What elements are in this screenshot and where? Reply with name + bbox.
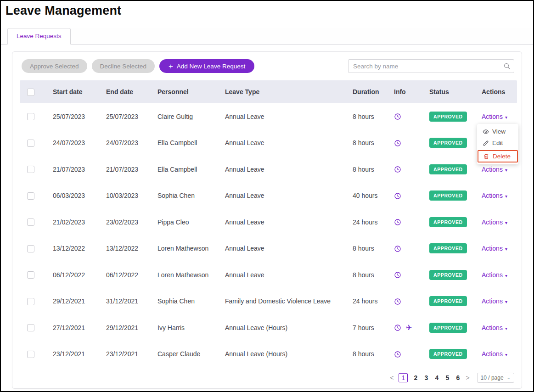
start-date-cell: 21/07/2023	[45, 156, 99, 183]
chevron-down-icon: ▾	[505, 115, 507, 120]
checkbox-cell	[20, 341, 45, 368]
actions-label: Actions	[482, 166, 503, 173]
info-cell: ✈	[387, 103, 422, 130]
row-checkbox[interactable]	[27, 166, 34, 173]
actions-menu-button[interactable]: Actions▾	[482, 245, 507, 252]
clock-icon[interactable]	[394, 324, 401, 331]
actions-menu-button[interactable]: Actions▾	[482, 218, 507, 226]
decline-selected-button[interactable]: Decline Selected	[92, 59, 155, 73]
leave-type-cell: Annual Leave (Hours)	[218, 314, 345, 341]
plus-icon: +	[169, 62, 173, 70]
info-cell: ✈	[387, 130, 422, 157]
info-cell: ✈	[387, 262, 422, 288]
actions-menu-button[interactable]: Actions▾	[482, 324, 507, 331]
personnel-cell: Claire Gultig	[150, 103, 218, 130]
duration-cell: 24 hours	[345, 288, 387, 315]
status-badge: APPROVED	[429, 138, 467, 148]
select-all-checkbox[interactable]	[27, 89, 34, 96]
clock-icon[interactable]	[394, 113, 401, 120]
column-header-info: Info	[387, 80, 422, 103]
table-row: 24/07/2023 24/07/2023 Ella Campbell Annu…	[20, 130, 517, 157]
page-button-2[interactable]: 2	[413, 374, 418, 381]
start-date-cell: 25/07/2023	[45, 103, 99, 130]
page-size-select[interactable]: 10 / page ⌄	[477, 373, 514, 383]
info-cell: ✈	[387, 288, 422, 315]
status-badge: APPROVED	[429, 164, 467, 174]
plane-icon[interactable]: ✈	[406, 324, 412, 331]
clock-icon[interactable]	[394, 166, 401, 173]
trash-icon	[483, 153, 489, 160]
page-button-1[interactable]: 1	[399, 373, 408, 382]
clock-icon[interactable]	[394, 218, 401, 226]
personnel-cell: Loren Mathewson	[150, 262, 218, 288]
actions-menu-button[interactable]: Actions▾	[482, 192, 507, 199]
duration-cell: 24 hours	[345, 209, 387, 235]
checkbox-cell	[20, 262, 45, 288]
page-button-6[interactable]: 6	[455, 374, 461, 381]
clock-icon[interactable]	[394, 245, 401, 252]
actions-menu-button[interactable]: Actions▾	[482, 297, 507, 305]
approve-selected-button[interactable]: Approve Selected	[22, 59, 87, 73]
status-cell: APPROVED	[422, 235, 474, 262]
chevron-down-icon: ▾	[505, 246, 507, 252]
column-header-duration: Duration	[345, 80, 387, 103]
status-cell: APPROVED	[422, 262, 474, 288]
row-checkbox[interactable]	[27, 351, 34, 358]
actions-label: Actions	[482, 324, 503, 331]
actions-menu-button[interactable]: Actions▾	[482, 271, 507, 279]
prev-page-button[interactable]: <	[390, 374, 393, 381]
clock-icon[interactable]	[394, 298, 401, 305]
table-row: 29/12/2021 31/12/2021 Sophia Chen Family…	[20, 288, 517, 315]
duration-cell: 8 hours	[345, 262, 387, 288]
select-caret-icon: ⌄	[507, 375, 511, 380]
leave-requests-table: Start date End date Personnel Leave Type…	[20, 80, 517, 367]
clock-icon[interactable]	[394, 140, 401, 147]
row-checkbox[interactable]	[27, 298, 34, 305]
actions-menu-button[interactable]: Actions▾	[482, 166, 507, 173]
row-checkbox[interactable]	[27, 245, 34, 252]
row-checkbox[interactable]	[27, 324, 34, 331]
chevron-down-icon: ▾	[505, 168, 507, 173]
search-input[interactable]	[348, 59, 514, 73]
start-date-cell: 27/12/2021	[45, 314, 99, 341]
row-checkbox[interactable]	[27, 271, 34, 279]
column-header-end-date: End date	[99, 80, 150, 103]
personnel-cell: Casper Claude	[150, 341, 218, 368]
clock-icon[interactable]	[394, 351, 401, 358]
status-cell: APPROVED	[422, 288, 474, 315]
dropdown-item-delete[interactable]: Delete	[478, 150, 518, 162]
tab-leave-requests[interactable]: Leave Requests	[7, 28, 71, 45]
eye-icon	[483, 129, 489, 135]
leave-type-cell: Annual Leave (Hours)	[218, 341, 345, 368]
checkbox-cell	[20, 183, 45, 209]
table-header-row: Start date End date Personnel Leave Type…	[20, 80, 517, 103]
actions-menu-button[interactable]: Actions▾	[482, 350, 507, 358]
leave-type-cell: Annual Leave	[218, 156, 345, 183]
actions-dropdown-menu: View Edit Delete	[477, 124, 518, 164]
status-cell: APPROVED	[422, 314, 474, 341]
table-row: 21/07/2023 21/07/2023 Ella Campbell Annu…	[20, 156, 517, 183]
table-row: 13/12/2022 13/12/2022 Loren Mathewson An…	[20, 235, 517, 262]
page-button-5[interactable]: 5	[444, 374, 450, 381]
page-button-3[interactable]: 3	[423, 374, 429, 381]
toolbar: Approve Selected Decline Selected + Add …	[12, 52, 522, 80]
row-checkbox[interactable]	[27, 140, 34, 147]
personnel-cell: Loren Mathewson	[150, 235, 218, 262]
personnel-cell: Ella Campbell	[150, 156, 218, 183]
row-checkbox[interactable]	[27, 218, 34, 226]
search-icon	[503, 62, 511, 70]
add-leave-request-button[interactable]: + Add New Leave Request	[159, 59, 254, 73]
dropdown-item-view[interactable]: View	[477, 126, 518, 137]
info-cell: ✈	[387, 235, 422, 262]
clock-icon[interactable]	[394, 271, 401, 279]
actions-cell: Actions▾	[474, 209, 517, 235]
actions-menu-button[interactable]: Actions▾	[482, 113, 507, 120]
clock-icon[interactable]	[394, 192, 401, 200]
next-page-button[interactable]: >	[466, 374, 469, 381]
row-checkbox[interactable]	[27, 192, 34, 200]
checkbox-cell	[20, 130, 45, 157]
start-date-cell: 21/02/2023	[45, 209, 99, 235]
page-button-4[interactable]: 4	[434, 374, 439, 381]
row-checkbox[interactable]	[27, 113, 34, 120]
dropdown-item-edit[interactable]: Edit	[477, 137, 518, 149]
